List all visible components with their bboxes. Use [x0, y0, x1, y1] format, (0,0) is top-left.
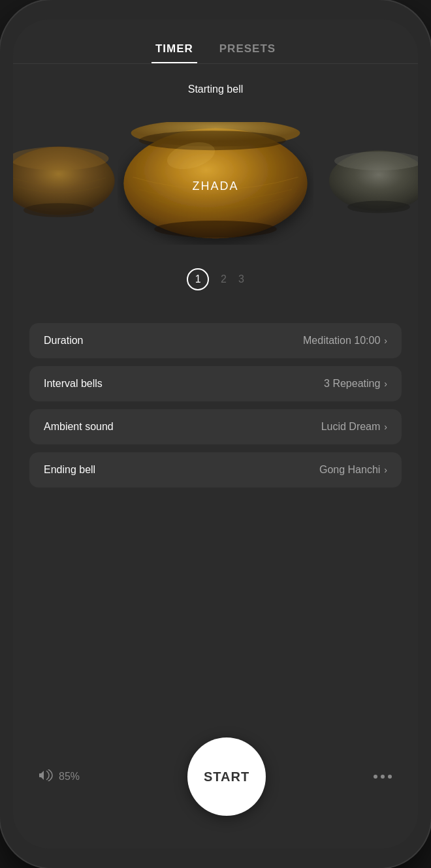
setting-value-interval: 3 Repeating › — [324, 378, 387, 390]
phone-frame: TIMER PRESETS Starting bell — [0, 0, 431, 868]
setting-label-ambient: Ambient sound — [44, 421, 114, 433]
volume-control[interactable]: 85% — [39, 769, 80, 784]
dot-3 — [388, 775, 392, 779]
tabs-bar: TIMER PRESETS — [13, 20, 418, 63]
chevron-icon-ending: › — [384, 465, 387, 475]
volume-percentage: 85% — [59, 771, 80, 783]
bowl-left[interactable] — [13, 146, 118, 222]
bowl-right[interactable] — [327, 149, 418, 217]
start-button[interactable]: START — [187, 737, 266, 816]
more-options-button[interactable] — [374, 775, 392, 779]
page-1[interactable]: 1 — [187, 268, 209, 290]
svg-point-11 — [347, 200, 410, 213]
setting-value-duration: Meditation 10:00 › — [303, 335, 387, 347]
dot-2 — [381, 775, 385, 779]
pagination: 1 2 3 — [187, 268, 244, 290]
bowl-center-label: ZHADA — [192, 179, 238, 193]
page-2[interactable]: 2 — [221, 273, 227, 285]
tab-presets[interactable]: PRESETS — [219, 42, 276, 63]
starting-bell-label: Starting bell — [188, 84, 244, 95]
setting-label-ending: Ending bell — [44, 464, 95, 476]
bottom-bar: 85% START — [13, 724, 418, 848]
bowl-center[interactable]: ZHADA — [118, 122, 313, 245]
chevron-icon-duration: › — [384, 335, 387, 346]
volume-icon — [39, 769, 54, 784]
tab-timer[interactable]: TIMER — [155, 42, 193, 63]
setting-value-ending: Gong Hanchi › — [319, 464, 387, 476]
screen: TIMER PRESETS Starting bell — [13, 20, 418, 848]
setting-value-ambient: Lucid Dream › — [321, 421, 387, 433]
page-3[interactable]: 3 — [238, 273, 244, 285]
setting-label-interval: Interval bells — [44, 378, 103, 390]
setting-label-duration: Duration — [44, 335, 83, 347]
setting-row-interval[interactable]: Interval bells 3 Repeating › — [29, 366, 402, 401]
bowl-carousel[interactable]: ZHADA — [13, 112, 418, 255]
setting-row-ambient[interactable]: Ambient sound Lucid Dream › — [29, 409, 402, 444]
start-label: START — [204, 769, 249, 784]
svg-point-2 — [13, 146, 109, 170]
bell-section: Starting bell — [13, 64, 418, 310]
svg-point-3 — [24, 203, 94, 217]
svg-point-7 — [154, 221, 277, 238]
setting-row-ending[interactable]: Ending bell Gong Hanchi › — [29, 452, 402, 488]
chevron-icon-ambient: › — [384, 422, 387, 432]
chevron-icon-interval: › — [384, 379, 387, 389]
dot-1 — [374, 775, 377, 779]
setting-row-duration[interactable]: Duration Meditation 10:00 › — [29, 323, 402, 358]
settings-section: Duration Meditation 10:00 › Interval bel… — [13, 310, 418, 724]
